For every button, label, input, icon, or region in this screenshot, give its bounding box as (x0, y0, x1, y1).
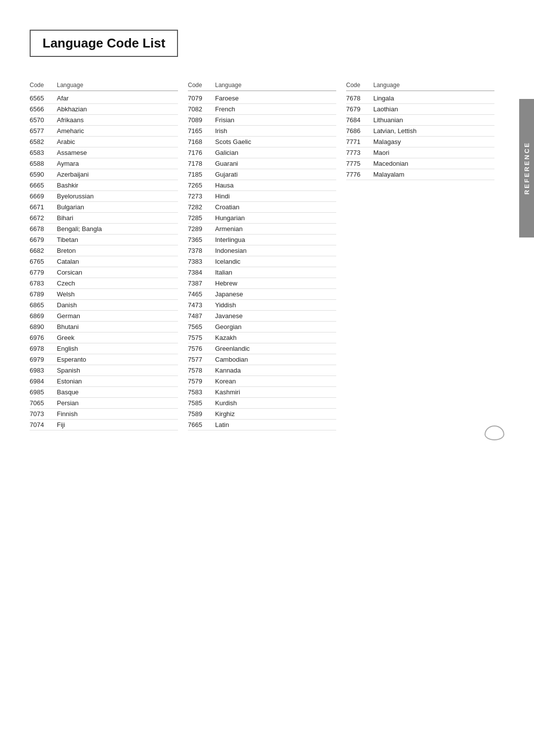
entry-1-16: 7384Italian (188, 267, 336, 278)
entry-1-23-code: 7576 (188, 345, 215, 352)
entry-0-11-lang: Bihari (57, 214, 178, 222)
entry-1-18: 7465Japanese (188, 289, 336, 300)
entry-1-21-code: 7565 (188, 323, 215, 331)
entry-2-7-lang: Malayalam (373, 171, 494, 178)
entry-0-3-code: 6577 (30, 127, 57, 135)
column-0-code-header: Code (30, 82, 57, 89)
entry-0-13-lang: Tibetan (57, 236, 178, 243)
entry-1-30-code: 7665 (188, 421, 215, 428)
entry-1-26-code: 7579 (188, 378, 215, 385)
entry-0-30: 7074Fiji (30, 420, 178, 430)
entry-1-14-lang: Indonesian (215, 247, 336, 254)
entry-1-15-lang: Icelandic (215, 258, 336, 265)
entry-0-10: 6671Bulgarian (30, 202, 178, 213)
entry-0-4: 6582Arabic (30, 137, 178, 147)
entry-1-6-code: 7178 (188, 160, 215, 167)
entry-1-27-lang: Kashmiri (215, 388, 336, 396)
entry-0-8: 6665Bashkir (30, 180, 178, 191)
entry-0-28-code: 7065 (30, 399, 57, 407)
entry-2-4: 7771Malagasy (346, 137, 494, 147)
entry-2-2-code: 7684 (346, 116, 373, 124)
entry-1-4-code: 7168 (188, 138, 215, 145)
entry-0-23: 6978English (30, 343, 178, 354)
entry-1-29-lang: Kirghiz (215, 410, 336, 418)
entry-0-15-code: 6765 (30, 258, 57, 265)
entry-1-17: 7387Hebrew (188, 278, 336, 289)
entry-0-2-code: 6570 (30, 116, 57, 124)
entry-0-27-lang: Basque (57, 388, 178, 396)
entry-1-30: 7665Latin (188, 420, 336, 430)
entry-0-25-lang: Spanish (57, 367, 178, 374)
entry-1-24-code: 7577 (188, 356, 215, 363)
entry-1-13: 7365Interlingua (188, 235, 336, 245)
entry-0-26-code: 6984 (30, 378, 57, 385)
column-0: CodeLanguage6565Afar6566Abkhazian6570Afr… (30, 82, 188, 430)
entry-2-7-code: 7776 (346, 171, 373, 178)
entry-0-26-lang: Estonian (57, 378, 178, 385)
entry-0-23-lang: English (57, 345, 178, 352)
entry-0-26: 6984Estonian (30, 376, 178, 387)
entry-2-6: 7775Macedonian (346, 158, 494, 169)
entry-0-5-lang: Assamese (57, 149, 178, 156)
entry-1-16-lang: Italian (215, 269, 336, 276)
entry-1-10: 7282Croatian (188, 202, 336, 213)
entry-2-6-code: 7775 (346, 160, 373, 167)
entry-0-7: 6590Azerbaijani (30, 169, 178, 180)
entry-0-17-code: 6783 (30, 280, 57, 287)
entry-1-10-code: 7282 (188, 203, 215, 211)
entry-1-9: 7273Hindi (188, 191, 336, 202)
entry-1-12: 7289Armenian (188, 224, 336, 235)
entry-1-28: 7585Kurdish (188, 398, 336, 409)
entry-0-3-lang: Ameharic (57, 127, 178, 135)
entry-0-13-code: 6679 (30, 236, 57, 243)
entry-0-2: 6570Afrikaans (30, 115, 178, 126)
entry-1-21-lang: Georgian (215, 323, 336, 331)
entry-0-17-lang: Czech (57, 280, 178, 287)
entry-0-3: 6577Ameharic (30, 126, 178, 137)
entry-2-4-lang: Malagasy (373, 138, 494, 145)
entry-1-25-lang: Kannada (215, 367, 336, 374)
column-1-header: CodeLanguage (188, 82, 336, 91)
entry-0-28-lang: Persian (57, 399, 178, 407)
entry-1-15-code: 7383 (188, 258, 215, 265)
entry-0-2-lang: Afrikaans (57, 116, 178, 124)
entry-2-0-lang: Lingala (373, 94, 494, 102)
entry-1-5-lang: Galician (215, 149, 336, 156)
entry-0-18: 6789Welsh (30, 289, 178, 300)
entry-1-8-code: 7265 (188, 182, 215, 189)
entry-0-28: 7065Persian (30, 398, 178, 409)
entry-1-20-code: 7487 (188, 312, 215, 320)
entry-1-12-code: 7289 (188, 225, 215, 233)
entry-1-6: 7178Guarani (188, 158, 336, 169)
entry-0-1-code: 6566 (30, 105, 57, 113)
entry-0-1-lang: Abkhazian (57, 105, 178, 113)
entry-2-3-code: 7686 (346, 127, 373, 135)
entry-1-23-lang: Greenlandic (215, 345, 336, 352)
entry-2-0-code: 7678 (346, 94, 373, 102)
entry-2-7: 7776Malayalam (346, 169, 494, 180)
entry-1-25-code: 7578 (188, 367, 215, 374)
entry-0-24-code: 6979 (30, 356, 57, 363)
entry-1-20: 7487Javanese (188, 311, 336, 322)
entry-2-4-code: 7771 (346, 138, 373, 145)
entry-1-6-lang: Guarani (215, 160, 336, 167)
entry-2-3-lang: Latvian, Lettish (373, 127, 494, 135)
entry-1-29-code: 7589 (188, 410, 215, 418)
entry-1-1-lang: French (215, 105, 336, 113)
entry-0-4-lang: Arabic (57, 138, 178, 145)
entry-0-16-code: 6779 (30, 269, 57, 276)
corner-icon (485, 425, 504, 440)
entry-0-20-lang: German (57, 312, 178, 320)
entry-0-20: 6869German (30, 311, 178, 322)
entry-0-19-code: 6865 (30, 301, 57, 309)
entry-0-19: 6865Danish (30, 300, 178, 311)
entry-0-8-code: 6665 (30, 182, 57, 189)
entry-1-1: 7082French (188, 104, 336, 115)
entry-0-18-lang: Welsh (57, 290, 178, 298)
entry-1-21: 7565Georgian (188, 322, 336, 332)
entry-0-7-code: 6590 (30, 171, 57, 178)
entry-0-21-code: 6890 (30, 323, 57, 331)
entry-1-28-code: 7585 (188, 399, 215, 407)
entry-0-1: 6566Abkhazian (30, 104, 178, 115)
entry-1-19-lang: Yiddish (215, 301, 336, 309)
